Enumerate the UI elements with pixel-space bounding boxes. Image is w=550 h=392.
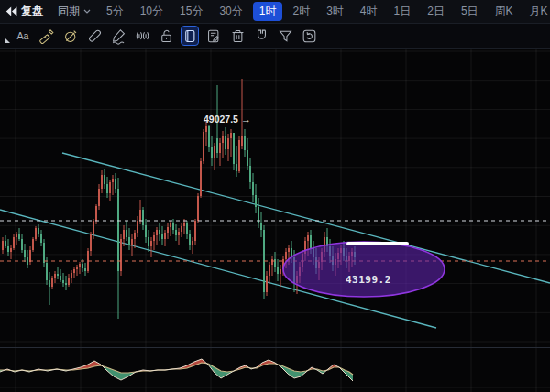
timeframe-5日[interactable]: 5日 [455, 2, 485, 21]
ellipse-draw-tool[interactable] [59, 25, 82, 47]
magnet-icon [253, 27, 270, 45]
pattern-tool[interactable] [130, 25, 154, 47]
more-tools[interactable] [2, 25, 11, 47]
reset-view-tool[interactable] [297, 25, 321, 47]
oscillator-fast-line [0, 359, 353, 381]
edit-icon [205, 27, 223, 45]
annotation-high-price[interactable]: 49027.5→ [204, 114, 251, 125]
trading-app-window: 复盘 同期 5分10分15分30分1时2时3时4时1日2日5日周K月K季K年K1… [0, 0, 550, 392]
timeframe-2日[interactable]: 2日 [421, 2, 451, 21]
lock-icon [158, 27, 175, 45]
chart-area: 49027.5→ 40333→ 43199.2 [0, 49, 550, 347]
box-icon [182, 27, 199, 45]
arrow-right-icon: → [241, 114, 251, 125]
filter-tool[interactable] [273, 25, 297, 47]
magnet-tool[interactable] [249, 25, 273, 47]
svg-text:Aa: Aa [16, 30, 28, 41]
pattern-icon [134, 27, 151, 45]
drawing-toolbar: Aa [0, 24, 550, 49]
timeframe-5分[interactable]: 5分 [100, 2, 130, 21]
timeframe-月K[interactable]: 月K [523, 2, 550, 21]
ellipsetool-icon [62, 27, 80, 45]
text-tool[interactable]: Aa [11, 25, 35, 47]
timeframe-list: 5分10分15分30分1时2时3时4时1日2日5日周K月K季K年K1分 [100, 2, 550, 21]
drawn-ellipse-highlight[interactable] [283, 242, 445, 297]
reset-icon [301, 27, 318, 45]
lock-tool[interactable] [154, 25, 178, 47]
timeframe-3时[interactable]: 3时 [320, 2, 350, 21]
oscillator-pane [0, 347, 550, 392]
line-tool[interactable] [82, 25, 106, 47]
brush-ruler-tool[interactable] [35, 25, 59, 47]
filter-icon [277, 27, 294, 45]
freehand-icon [110, 27, 127, 45]
timeframe-10分[interactable]: 10分 [134, 2, 170, 21]
edit-list-tool[interactable] [202, 25, 226, 47]
freehand-pencil-tool[interactable] [106, 25, 130, 47]
grid [0, 348, 550, 392]
grid [0, 49, 550, 347]
annotation-marked-price[interactable]: 43199.2 [346, 274, 391, 286]
timeframe-1日[interactable]: 1日 [388, 2, 418, 21]
text-icon: Aa [15, 27, 32, 45]
drawn-white-level-bar[interactable] [346, 242, 409, 245]
period-dropdown[interactable]: 同期 [49, 4, 100, 19]
replay-label: 复盘 [21, 4, 43, 19]
timeframe-周K[interactable]: 周K [489, 2, 520, 21]
box-select-tool[interactable] [178, 25, 202, 47]
line-icon [86, 27, 104, 45]
timeframe-toolbar: 复盘 同期 5分10分15分30分1时2时3时4时1日2日5日周K月K季K年K1… [0, 0, 550, 24]
replay-button[interactable]: 复盘 [0, 4, 49, 19]
candlestick-chart[interactable] [0, 49, 550, 347]
trash-icon [229, 27, 247, 45]
oscillator-chart[interactable] [0, 348, 550, 392]
timeframe-15分[interactable]: 15分 [173, 2, 209, 21]
timeframe-1时[interactable]: 1时 [253, 2, 283, 21]
timeframe-2时[interactable]: 2时 [286, 2, 316, 21]
brush-icon [38, 27, 56, 45]
marked-price-text: 43199.2 [346, 274, 391, 286]
timeframe-30分[interactable]: 30分 [213, 2, 248, 21]
corner-expand-icon [6, 38, 10, 43]
delete-drawings-tool[interactable] [226, 25, 249, 47]
chevron-down-icon [83, 9, 91, 14]
rewind-icon [6, 6, 17, 16]
period-label: 同期 [58, 4, 80, 19]
timeframe-4时[interactable]: 4时 [354, 2, 384, 21]
high-price-text: 49027.5 [204, 114, 238, 125]
